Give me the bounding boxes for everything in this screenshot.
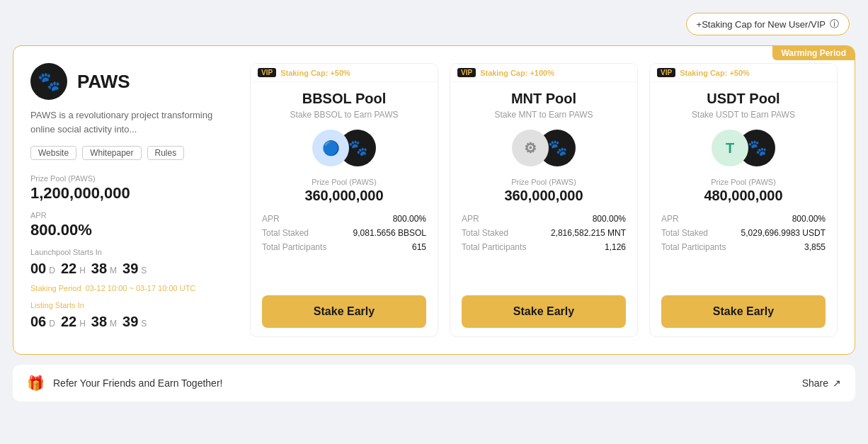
coin-icon-0: 🔵	[312, 130, 349, 166]
referral-icon: 🎁	[27, 375, 45, 392]
pool-stat-key-0-2: Total Participants	[262, 242, 326, 252]
pool-prize-value-1: 360,000,000	[462, 188, 626, 204]
hours-unit: H	[79, 266, 86, 275]
share-button[interactable]: Share ↗	[802, 377, 841, 389]
prize-pool-value: 1,200,000,000	[30, 184, 224, 203]
seconds-num: 39	[122, 261, 138, 277]
listing-label: Listing Starts In	[30, 301, 224, 309]
pool-icons-2: T 🐾	[661, 130, 826, 166]
countdown-listing: 06 D 22 H 38 M 39 S	[30, 314, 224, 330]
pool-stats-1: APR 800.00% Total Staked 2,816,582.215 M…	[462, 214, 626, 285]
pool-stat-val-0-1: 9,081.5656 BBSOL	[353, 228, 426, 238]
stake-early-button-2[interactable]: Stake Early	[661, 295, 826, 328]
days-num: 00	[30, 261, 46, 277]
coin-icon-1: ⚙	[512, 130, 549, 166]
staking-period: Staking Period 03-12 10:00 ~ 03-17 10:00…	[30, 284, 224, 292]
pool-header-0: VIP Staking Cap: +50%	[251, 64, 438, 82]
share-icon: ↗	[833, 377, 841, 389]
pool-title-1: MNT Pool	[462, 91, 626, 107]
pool-stat-row-2-1: Total Staked 5,029,696.9983 USDT	[661, 228, 826, 238]
pool-stat-val-1-1: 2,816,582.215 MNT	[551, 228, 626, 238]
vip-badge-0: VIP	[258, 68, 276, 77]
tag-website[interactable]: Website	[30, 146, 76, 160]
pool-stat-key-0-1: Total Staked	[262, 228, 309, 238]
left-panel: 🐾 PAWS PAWS is a revolutionary project t…	[30, 63, 236, 337]
card-inner: 🐾 PAWS PAWS is a revolutionary project t…	[13, 46, 855, 354]
pool-title-2: USDT Pool	[661, 91, 826, 107]
pool-title-0: BBSOL Pool	[262, 91, 426, 107]
pool-stat-row-1-0: APR 800.00%	[462, 214, 626, 224]
referral-text: Refer Your Friends and Earn Together!	[53, 377, 222, 389]
listing-seconds-unit: S	[141, 319, 147, 329]
pool-stat-val-2-0: 800.00%	[792, 214, 826, 224]
share-label: Share	[802, 377, 828, 389]
pool-stat-key-2-1: Total Staked	[661, 228, 708, 238]
pool-stat-val-1-2: 1,126	[605, 242, 626, 252]
prize-pool-label: Prize Pool (PAWS)	[30, 174, 224, 183]
countdown-starts: 00 D 22 H 38 M 39 S	[30, 261, 224, 277]
pool-body-0: BBSOL Pool Stake BBSOL to Earn PAWS 🔵 🐾 …	[251, 82, 438, 336]
info-icon: ⓘ	[830, 18, 839, 30]
pool-stat-key-0-0: APR	[262, 214, 280, 224]
staking-cap-label: +Staking Cap for New User/VIP	[697, 19, 826, 30]
tag-whitepaper[interactable]: Whitepaper	[82, 146, 141, 160]
pool-header-2: VIP Staking Cap: +50%	[650, 64, 837, 82]
pool-stat-val-1-0: 800.00%	[593, 214, 626, 224]
hours-num: 22	[61, 261, 76, 277]
apr-label: APR	[30, 211, 224, 220]
staking-cap-text-1: Staking Cap: +100%	[480, 69, 554, 77]
pool-header-1: VIP Staking Cap: +100%	[450, 64, 637, 82]
pool-prize-label-0: Prize Pool (PAWS)	[262, 178, 426, 186]
project-logo: 🐾	[30, 63, 67, 100]
referral-bar: 🎁 Refer Your Friends and Earn Together! …	[13, 365, 855, 402]
pool-prize-label-2: Prize Pool (PAWS)	[661, 178, 826, 186]
pool-stat-val-0-0: 800.00%	[393, 214, 426, 224]
listing-seconds-num: 39	[122, 314, 138, 330]
pool-prize-value-2: 480,000,000	[661, 188, 826, 204]
listing-hours-unit: H	[79, 319, 86, 329]
pool-stat-val-2-1: 5,029,696.9983 USDT	[741, 228, 826, 238]
vip-badge-2: VIP	[657, 68, 675, 77]
pool-stat-row-2-0: APR 800.00%	[661, 214, 826, 224]
pool-stats-0: APR 800.00% Total Staked 9,081.5656 BBSO…	[262, 214, 426, 285]
pool-prize-label-1: Prize Pool (PAWS)	[462, 178, 626, 186]
pool-stat-key-1-2: Total Participants	[462, 242, 526, 252]
pool-stat-row-2-2: Total Participants 3,855	[661, 242, 826, 252]
listing-minutes-num: 38	[91, 314, 107, 330]
minutes-num: 38	[91, 261, 107, 277]
pool-body-1: MNT Pool Stake MNT to Earn PAWS ⚙ 🐾 Priz…	[450, 82, 637, 336]
pool-card-1: VIP Staking Cap: +100% MNT Pool Stake MN…	[450, 63, 638, 337]
pool-stat-key-1-1: Total Staked	[462, 228, 508, 238]
staking-cap-text-0: Staking Cap: +50%	[280, 69, 350, 77]
minutes-unit: M	[110, 266, 117, 275]
staking-period-value: 03-12 10:00 ~ 03-17 10:00 UTC	[86, 284, 196, 292]
listing-minutes-unit: M	[110, 319, 117, 329]
pool-stat-val-0-2: 615	[412, 242, 426, 252]
pool-stat-row-1-2: Total Participants 1,126	[462, 242, 626, 252]
pool-stat-key-1-0: APR	[462, 214, 479, 224]
warming-banner: Warming Period	[772, 46, 855, 60]
stake-early-button-0[interactable]: Stake Early	[262, 295, 426, 328]
listing-days-unit: D	[49, 319, 55, 329]
pool-stat-val-2-2: 3,855	[804, 242, 826, 252]
tag-row: Website Whitepaper Rules	[30, 146, 224, 160]
tag-rules[interactable]: Rules	[147, 146, 185, 160]
stake-early-button-1[interactable]: Stake Early	[462, 295, 626, 328]
pool-stats-2: APR 800.00% Total Staked 5,029,696.9983 …	[661, 214, 826, 285]
vip-badge-1: VIP	[457, 68, 476, 77]
days-unit: D	[49, 266, 55, 275]
pool-body-2: USDT Pool Stake USDT to Earn PAWS T 🐾 Pr…	[650, 82, 837, 336]
project-name: PAWS	[77, 71, 130, 93]
top-bar: +Staking Cap for New User/VIP ⓘ	[7, 7, 861, 41]
staking-period-label: Staking Period	[30, 284, 81, 292]
pools-container: VIP Staking Cap: +50% BBSOL Pool Stake B…	[250, 63, 838, 337]
pool-card-0: VIP Staking Cap: +50% BBSOL Pool Stake B…	[250, 63, 438, 337]
staking-cap-text-2: Staking Cap: +50%	[680, 69, 750, 77]
listing-hours-num: 22	[61, 314, 76, 330]
pool-icons-0: 🔵 🐾	[262, 130, 426, 166]
staking-cap-button[interactable]: +Staking Cap for New User/VIP ⓘ	[686, 13, 850, 35]
pool-stat-row-0-2: Total Participants 615	[262, 242, 426, 252]
project-header: 🐾 PAWS	[30, 63, 224, 100]
pool-subtitle-2: Stake USDT to Earn PAWS	[661, 110, 826, 120]
project-description: PAWS is a revolutionary project transfor…	[30, 108, 224, 136]
